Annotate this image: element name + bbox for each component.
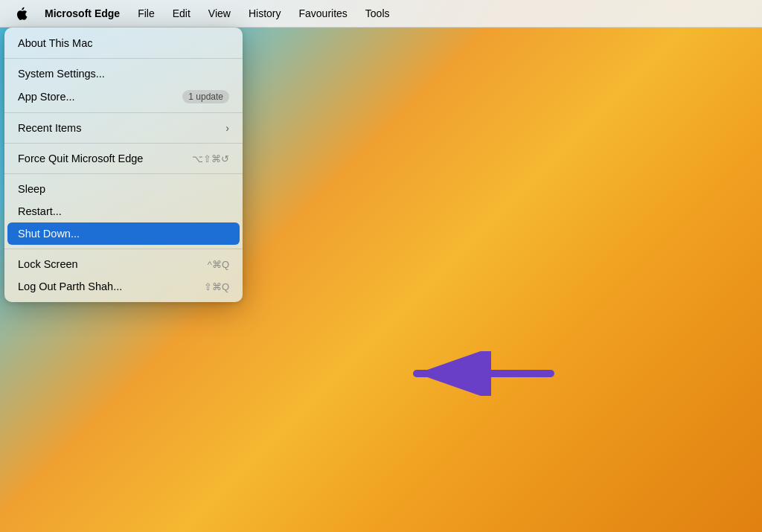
view-menu[interactable]: View xyxy=(199,4,240,22)
separator-5 xyxy=(4,249,243,249)
edit-menu[interactable]: Edit xyxy=(164,4,199,22)
separator-3 xyxy=(4,143,243,144)
menu-item-app-store[interactable]: App Store... 1 update xyxy=(4,85,243,109)
apple-dropdown-menu: About This Mac System Settings... App St… xyxy=(4,28,243,302)
menu-item-system-settings[interactable]: System Settings... xyxy=(4,63,243,85)
tools-menu[interactable]: Tools xyxy=(356,4,399,22)
menu-item-log-out[interactable]: Log Out Parth Shah... ⇧⌘Q xyxy=(4,275,243,298)
favourites-menu[interactable]: Favourites xyxy=(289,4,356,22)
app-store-badge: 1 update xyxy=(182,90,229,103)
log-out-shortcut: ⇧⌘Q xyxy=(204,281,229,292)
menu-item-lock-screen[interactable]: Lock Screen ^⌘Q xyxy=(4,253,243,275)
separator-1 xyxy=(4,58,243,59)
separator-4 xyxy=(4,173,243,174)
menu-item-force-quit[interactable]: Force Quit Microsoft Edge ⌥⇧⌘↺ xyxy=(4,147,243,170)
menubar: Microsoft Edge File Edit View History Fa… xyxy=(0,0,762,28)
menu-item-sleep[interactable]: Sleep xyxy=(4,178,243,200)
separator-2 xyxy=(4,112,243,113)
menu-item-shut-down[interactable]: Shut Down... xyxy=(7,222,240,245)
apple-menu-button[interactable] xyxy=(7,4,36,24)
file-menu[interactable]: File xyxy=(129,4,164,22)
history-menu[interactable]: History xyxy=(240,4,290,22)
force-quit-shortcut: ⌥⇧⌘↺ xyxy=(192,153,229,164)
app-name-menu[interactable]: Microsoft Edge xyxy=(36,4,129,22)
menu-item-recent-items[interactable]: Recent Items › xyxy=(4,117,243,139)
chevron-right-icon: › xyxy=(225,122,229,134)
menu-item-restart[interactable]: Restart... xyxy=(4,200,243,222)
menu-item-about[interactable]: About This Mac xyxy=(4,32,243,54)
lock-screen-shortcut: ^⌘Q xyxy=(208,259,229,270)
